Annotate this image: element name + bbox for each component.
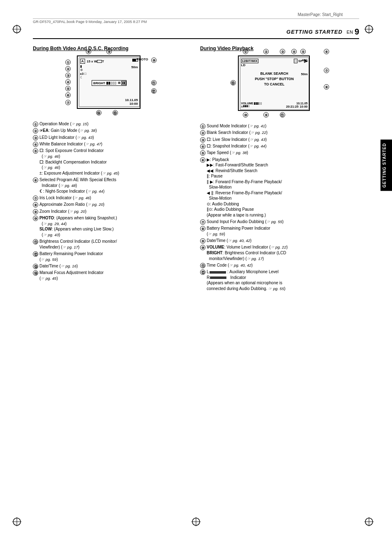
right-screen-bottom: VOLUME — [241, 102, 308, 108]
exposure-label: ±3 — [80, 72, 84, 76]
r-num-circle-8: ⑧ — [200, 226, 205, 231]
desc-item-7: ⑦ Iris Lock Indicator (☞ pg. 46) — [33, 195, 192, 201]
page-number: 9 — [355, 27, 359, 37]
left-screen-box: A 15 x WT ▮ ❊ ±3 □ ☾ — [77, 55, 141, 109]
num-circle-3: ③ — [33, 135, 38, 140]
num-circle-9: ⑨ — [33, 209, 38, 214]
left-screen-row1: A 15 x WT — [79, 58, 139, 64]
r-desc-item-1: ① Sound Mode Indicator (☞ pg. 41) — [200, 123, 359, 129]
r-num-circle-9: ⑨ — [200, 238, 205, 244]
r-num-circle-12: ⑫ — [200, 269, 205, 275]
right-screen-top: 12BIT/MIX LD □ SP ‖▶ — [240, 58, 309, 67]
r-callout-13-left: ⑬ — [231, 80, 236, 85]
r-callout-2-top: ② — [263, 49, 269, 54]
r-num-circle-6: ⑥ — [200, 157, 205, 163]
right-column: During Video Playback ① ② ③ ④ ⑤ ⑥ — [200, 46, 359, 292]
doc-content: MasterPage: Start_Right GR-DF570_470PAL.… — [12, 8, 380, 297]
cam-icon-r: □ — [294, 59, 297, 63]
r-callout-9-bot: ⑨ — [263, 112, 269, 117]
desc-item-4: ④ White Balance Indicator (☞ pg. 47) — [33, 141, 192, 147]
r-desc-item-2: ② Blank Search Indicator (☞ pg. 22) — [200, 130, 359, 136]
exposure-row: ±3 □ — [80, 72, 139, 76]
mic-label: MIC — [302, 59, 308, 62]
bottom-row1: VOLUME — [241, 102, 308, 105]
callout-1-left: ① — [65, 60, 71, 65]
bright-label: BRIGHT — [93, 81, 105, 85]
corner-mark-br — [364, 517, 374, 526]
desc-item-11: ⑪ Brightness Control Indicator (LCD moni… — [33, 239, 192, 250]
ld-label: LD — [241, 63, 258, 67]
desc-item-10: ⑩ PHOTO: (Appears when taking Snapshot.)… — [33, 215, 192, 238]
desc-item-9: ⑨ Zoom Indicator (☞ pg. 20) — [33, 209, 192, 214]
num-circle-8: ⑧ — [33, 202, 38, 207]
left-section-title: During Both Video And D.S.C. Recording — [33, 46, 192, 51]
left-screen-inner: A 15 x WT ▮ ❊ ±3 □ ☾ — [79, 58, 140, 107]
r-callout-6-top: ⑥ — [324, 49, 329, 54]
right-time-col: 20:21:25 10:00 — [286, 105, 307, 108]
callout-11-right: ⑪ — [151, 80, 157, 85]
wb-icon: ❊ — [80, 68, 139, 72]
photo-label: PHOTO — [136, 58, 148, 61]
r-desc-item-10: ⑩ VOLUME: Volume Level Indicator (☞ pg. … — [200, 244, 359, 261]
l-bars: A — [241, 105, 250, 108]
num-circle-1: ① — [33, 122, 38, 127]
bottom-row2: A — [241, 105, 308, 108]
corner-mark-tr — [364, 25, 374, 34]
right-50m-label: 50m — [301, 72, 307, 76]
bat-icon: ▮▮ — [121, 81, 126, 85]
r-callout-3-top: ③ — [280, 49, 285, 54]
bright-bar: BRIGHT ⊞ ▮▮ — [92, 80, 127, 86]
op-mode-icon: A — [80, 59, 85, 64]
left-descriptions: ① Operation Mode (☞ pg. 15) ② ☞EA: Gain … — [33, 121, 192, 281]
grid-icon: ⊞ — [118, 81, 120, 85]
left-diagram-bottom-space — [33, 113, 192, 121]
desc-item-3: ③ LED Light Indicator (☞ pg. 43) — [33, 135, 192, 140]
blank-search-text: BLANK SEARCH PUSH "STOP" BUTTON TO CANCE… — [240, 71, 309, 87]
l-label: A — [241, 105, 243, 108]
r-callout-7-right: ⑦ — [324, 68, 329, 73]
num-circle-13: ⑬ — [33, 264, 38, 269]
right-screen-box: 12BIT/MIX LD □ SP ‖▶ MIC — [238, 55, 310, 111]
level-bars-row: A — [241, 105, 250, 108]
left-diagram: ① ② ③ ④ ⑤ ⑥ ⑦ A 15 x WT — [65, 55, 160, 109]
r-callout-1-top: ① — [243, 49, 248, 54]
lr-bars: A — [241, 105, 250, 108]
left-screen-date: 10.11.05 — [125, 98, 138, 102]
r-desc-item-8: ⑧ Battery Remaining Power Indicator(☞ pg… — [200, 226, 359, 237]
callout-10-right: ⑩ — [151, 58, 157, 63]
side-tab: GETTING STARTED — [380, 140, 392, 191]
time-code-left: 20:21:25 — [286, 105, 298, 108]
corner-mark-tl — [12, 25, 21, 34]
zoom-text: 15 x WT — [87, 60, 104, 63]
r-callout-5-top: ⑤ — [300, 49, 306, 54]
vol-bars — [254, 102, 262, 105]
desc-item-8: ⑧ Approximate Zoom Ratio (☞ pg. 20) — [33, 202, 192, 207]
right-diagram: ① ② ③ ④ ⑤ ⑥ 12BIT/MIX LD — [231, 55, 329, 111]
main-columns: During Both Video And D.S.C. Recording ①… — [33, 46, 359, 292]
led-icon: ▮ — [80, 64, 139, 68]
r-callout-8-right: ⑧ — [324, 84, 329, 90]
num-circle-6: ⑥ — [33, 177, 38, 183]
num-circle-7: ⑦ — [33, 196, 38, 201]
left-screen-datetime: 10.11.05 10:00 — [125, 98, 138, 106]
r-num-circle-1: ① — [200, 124, 205, 129]
bits-box: 12BIT/MIX — [241, 59, 258, 63]
right-descriptions: ① Sound Mode Indicator (☞ pg. 41) ② Blan… — [200, 123, 359, 292]
desc-item-14: ⑭ Manual Focus Adjustment Indicator(☞ pg… — [33, 270, 192, 281]
corner-mark-bl — [12, 517, 21, 526]
r-num-circle-2: ② — [200, 130, 205, 136]
desc-item-13: ⑬ Date/Time (☞ pg. 16) — [33, 263, 192, 269]
desc-item-2: ② ☞EA: Gain Up Mode (☞ pg. 38) — [33, 128, 192, 134]
night-scope-icon: ☾ — [80, 76, 139, 79]
r-num-circle-3: ③ — [200, 137, 205, 143]
right-bat-date: 10.11.05 — [296, 102, 307, 105]
section-title-header: GETTING STARTED — [286, 29, 343, 35]
callout-8-top: ⑧ — [86, 49, 91, 54]
callout-7-left: ⑦ — [65, 100, 71, 105]
callout-13-bot: ⑬ — [113, 110, 118, 115]
callout-12-right: ⑫ — [151, 88, 157, 94]
right-screen-inner: 12BIT/MIX LD □ SP ‖▶ MIC — [240, 58, 309, 110]
callout-9-top: ⑨ — [106, 49, 112, 54]
right-bits-label: 12BIT/MIX LD — [241, 59, 258, 67]
num-circle-14: ⑭ — [33, 270, 38, 276]
